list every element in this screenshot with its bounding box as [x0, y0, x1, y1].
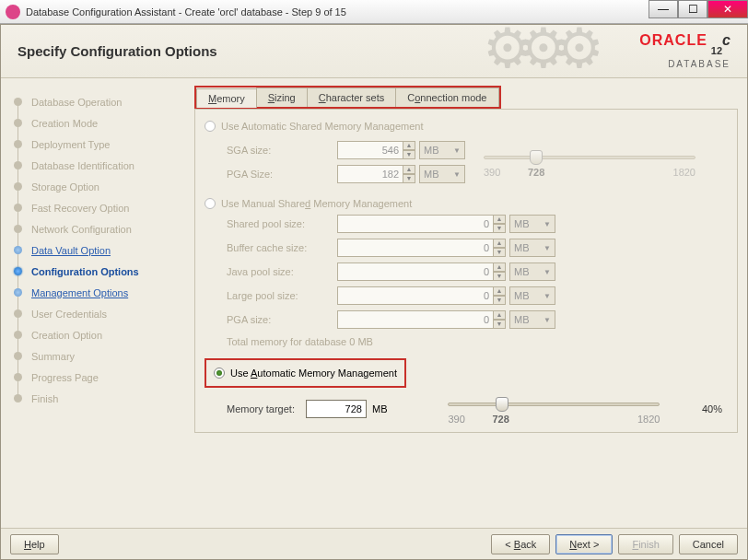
buffer-cache-spinner[interactable]: ▲▼: [337, 239, 506, 257]
java-pool-spinner[interactable]: ▲▼: [337, 262, 506, 281]
step-db-identification: Database Identification: [14, 155, 178, 176]
oracle-logo: ORACLE12c DATABASE: [639, 33, 730, 69]
slider-thumb[interactable]: [530, 150, 543, 165]
tab-sizing[interactable]: Sizing: [256, 88, 308, 107]
memory-target-label: Memory target:: [227, 403, 295, 414]
sga-unit[interactable]: MB▼: [419, 141, 465, 159]
tab-character-sets[interactable]: Character sets: [307, 88, 397, 107]
step-deployment-type: Deployment Type: [14, 134, 178, 155]
window-title: Database Configuration Assistant - Creat…: [26, 6, 742, 18]
radio-auto-shared[interactable]: Use Automatic Shared Memory Management: [205, 121, 728, 132]
sga-input[interactable]: [337, 141, 403, 159]
app-icon: [6, 5, 20, 19]
cancel-button[interactable]: Cancel: [679, 534, 738, 554]
step-storage-option: Storage Option: [14, 176, 178, 197]
radio-icon: [205, 121, 216, 132]
total-memory-label: Total memory for database 0 MB: [227, 336, 728, 347]
radio-auto-memory[interactable]: Use Automatic Memory Management: [214, 368, 397, 379]
sga-label: SGA size:: [227, 145, 337, 156]
auto-memory-highlight: Use Automatic Memory Management: [205, 358, 406, 388]
step-database-operation: Database Operation: [14, 91, 178, 112]
memory-target-unit: MB: [372, 403, 388, 414]
pga-spinner[interactable]: ▲▼: [337, 165, 415, 183]
page-title: Specify Configuration Options: [18, 43, 217, 59]
minimize-button[interactable]: —: [649, 0, 678, 18]
shared-memory-slider: 3907281820: [484, 148, 695, 176]
close-button[interactable]: ✕: [707, 0, 748, 18]
step-config-options[interactable]: Configuration Options: [14, 261, 178, 282]
spin-up-icon[interactable]: ▲: [403, 141, 415, 150]
step-creation-mode: Creation Mode: [14, 112, 178, 134]
titlebar: Database Configuration Assistant - Creat…: [0, 0, 748, 24]
step-network-config: Network Configuration: [14, 218, 178, 239]
shared-pool-spinner[interactable]: ▲▼: [337, 215, 506, 233]
gears-deco: ⚙⚙⚙: [483, 25, 590, 78]
tab-connection-mode[interactable]: Connection mode: [395, 88, 498, 107]
maximize-button[interactable]: ☐: [678, 0, 707, 18]
header: Specify Configuration Options ⚙⚙⚙ ORACLE…: [1, 25, 747, 78]
large-pool-spinner[interactable]: ▲▼: [337, 286, 506, 305]
step-user-credentials: User Credentials: [14, 303, 178, 324]
finish-button: Finish: [618, 534, 672, 554]
tab-memory[interactable]: Memory: [196, 88, 257, 108]
step-data-vault[interactable]: Data Vault Option: [14, 239, 178, 261]
radio-selected-icon: [214, 368, 225, 379]
memory-target-input[interactable]: [306, 400, 367, 418]
memory-target-slider[interactable]: 3907281820: [448, 395, 660, 423]
step-creation-option: Creation Option: [14, 324, 178, 345]
back-button[interactable]: < Back: [491, 534, 550, 554]
caret-down-icon: ▼: [453, 146, 461, 155]
step-progress-page: Progress Page: [14, 367, 178, 388]
pga2-spinner[interactable]: ▲▼: [337, 310, 506, 329]
wizard-steps: Database Operation Creation Mode Deploym…: [1, 78, 185, 528]
sga-spinner[interactable]: ▲▼: [337, 141, 415, 159]
pga-label: PGA Size:: [227, 169, 337, 180]
radio-manual[interactable]: Use Manual Shared Memory Management: [205, 198, 728, 209]
footer: Help < Back Next > Finish Cancel: [1, 528, 747, 559]
step-finish: Finish: [14, 388, 178, 409]
spin-down-icon[interactable]: ▼: [403, 150, 415, 159]
memory-pct: 40%: [702, 403, 722, 414]
slider-thumb[interactable]: [496, 397, 508, 412]
pga-unit[interactable]: MB▼: [419, 165, 465, 183]
memory-panel: Use Automatic Shared Memory Management S…: [194, 109, 738, 433]
step-management-options[interactable]: Management Options: [14, 282, 178, 303]
pga-input[interactable]: [337, 165, 403, 183]
help-button[interactable]: Help: [10, 534, 59, 554]
next-button[interactable]: Next >: [555, 534, 613, 554]
step-summary: Summary: [14, 345, 178, 367]
step-fast-recovery: Fast Recovery Option: [14, 197, 178, 218]
tab-bar: Memory Sizing Character sets Connection …: [194, 86, 501, 109]
